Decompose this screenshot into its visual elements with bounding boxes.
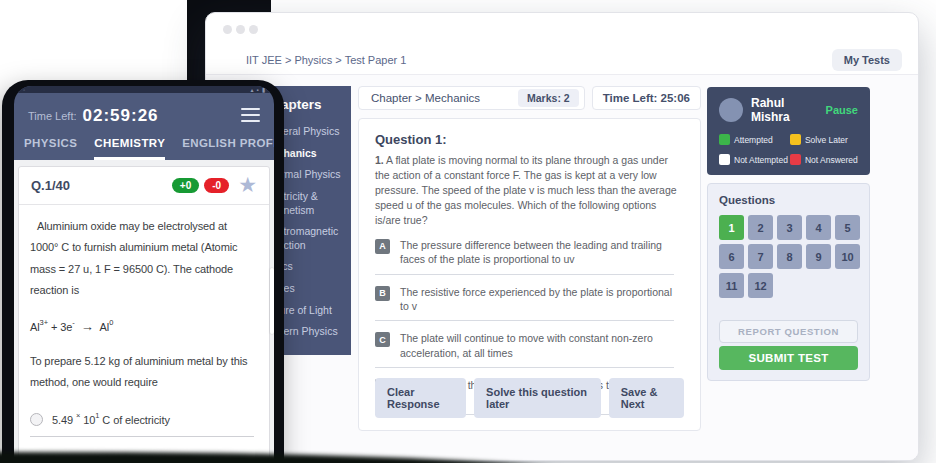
tab-chemistry[interactable]: CHEMISTRY bbox=[94, 137, 165, 160]
solve-later-button[interactable]: Solve this question later bbox=[474, 378, 601, 418]
scrollbar[interactable] bbox=[270, 268, 274, 334]
mobile-question-text-2: To prepare 5.12 kg of aluminium metal by… bbox=[30, 351, 258, 394]
phone-mockup: ◦ ▴ ▪ ▮ Time Left: 02:59:26 PHYSICS CHEM… bbox=[2, 80, 284, 463]
question-tile-3[interactable]: 3 bbox=[777, 215, 802, 240]
window-control-icon[interactable] bbox=[249, 25, 258, 34]
avatar bbox=[719, 98, 743, 122]
browser-window: IIT JEE > Physics > Test Paper 1 My Test… bbox=[205, 12, 919, 461]
breadcrumb-bar: IIT JEE > Physics > Test Paper 1 My Test… bbox=[206, 46, 918, 75]
legend-attempted: Attempted bbox=[719, 134, 788, 145]
user-name: Rahul Mishra bbox=[751, 96, 826, 124]
question-tile-2[interactable]: 2 bbox=[748, 215, 773, 240]
window-titlebar bbox=[206, 13, 918, 46]
divider bbox=[375, 367, 674, 368]
question-text: 1. A flat plate is moving normal to its … bbox=[375, 153, 684, 228]
questions-title: Questions bbox=[719, 194, 858, 206]
option-b[interactable]: B The resistive force experienced by the… bbox=[375, 285, 684, 314]
option-b-letter: B bbox=[375, 286, 390, 301]
option-a[interactable]: A The pressure difference between the le… bbox=[375, 238, 684, 267]
legend-not-attempted: Not Attempted bbox=[719, 154, 788, 165]
wifi-icon: ▪ bbox=[257, 87, 259, 93]
breadcrumb[interactable]: IIT JEE > Physics > Test Paper 1 bbox=[246, 54, 406, 66]
status-legend: Attempted Solve Later Not Attempted bbox=[719, 134, 858, 165]
marks-badge: Marks: 2 bbox=[518, 89, 579, 107]
positive-marks-badge: +0 bbox=[172, 178, 199, 193]
divider bbox=[30, 436, 254, 437]
signal-icon: ▴ bbox=[251, 86, 254, 93]
option-c-letter: C bbox=[375, 332, 390, 347]
choice-1-text: 5.49 × 101 C of electricity bbox=[52, 412, 170, 427]
submit-test-button[interactable]: SUBMIT TEST bbox=[719, 346, 858, 370]
my-tests-button[interactable]: My Tests bbox=[832, 49, 902, 71]
question-counter: Q.1/40 bbox=[31, 178, 70, 193]
chemical-formula: Al3+ + 3e-→Al0 bbox=[30, 314, 258, 339]
question-title: Question 1: bbox=[375, 132, 684, 147]
option-a-text: The pressure difference between the lead… bbox=[400, 238, 672, 267]
question-tile-11[interactable]: 11 bbox=[719, 273, 744, 298]
tab-english-proficiency[interactable]: ENGLISH PROFICIENCY bbox=[182, 137, 274, 160]
question-tile-9[interactable]: 9 bbox=[806, 244, 831, 269]
question-tile-7[interactable]: 7 bbox=[748, 244, 773, 269]
divider bbox=[375, 320, 674, 321]
phone-screen: ◦ ▴ ▪ ▮ Time Left: 02:59:26 PHYSICS CHEM… bbox=[14, 86, 274, 463]
question-tile-12[interactable]: 12 bbox=[748, 273, 773, 298]
negative-marks-badge: -0 bbox=[204, 178, 229, 193]
report-question-button[interactable]: REPORT QUESTION bbox=[719, 320, 858, 343]
time-left-label: Time Left: bbox=[28, 110, 77, 124]
option-c[interactable]: C The plate will continue to move with c… bbox=[375, 331, 684, 360]
question-tile-4[interactable]: 4 bbox=[806, 215, 831, 240]
hamburger-menu-icon[interactable] bbox=[241, 104, 260, 124]
divider bbox=[375, 274, 674, 275]
question-tile-1[interactable]: 1 bbox=[719, 215, 744, 240]
legend-solve-later: Solve Later bbox=[790, 134, 858, 145]
question-card: Question 1: 1. A flat plate is moving no… bbox=[358, 118, 701, 431]
mobile-question-text: Aluminium oxide may be electrolysed at 1… bbox=[30, 216, 258, 302]
question-tile-8[interactable]: 8 bbox=[777, 244, 802, 269]
radio-icon[interactable] bbox=[30, 413, 43, 426]
notification-icon: ◦ bbox=[23, 87, 25, 93]
save-next-button[interactable]: Save & Next bbox=[609, 378, 684, 418]
not-attempted-swatch bbox=[719, 154, 730, 165]
phone-statusbar: ◦ ▴ ▪ ▮ bbox=[14, 86, 274, 93]
timer-value: 02:59:26 bbox=[83, 107, 159, 124]
battery-icon: ▮ bbox=[262, 86, 265, 93]
window-content: Chapters General Physics Mechanics Therm… bbox=[206, 75, 918, 460]
mobile-question-card: Q.1/40 +0 -0 ★ Aluminium oxide may be el… bbox=[18, 166, 270, 463]
choice-1[interactable]: 5.49 × 101 C of electricity bbox=[30, 412, 258, 427]
option-b-text: The resistive force experienced by the p… bbox=[400, 285, 672, 314]
phone-content: Q.1/40 +0 -0 ★ Aluminium oxide may be el… bbox=[14, 160, 274, 463]
clear-response-button[interactable]: Clear Response bbox=[375, 378, 466, 418]
chapter-header: Chapter > Mechanics bbox=[371, 92, 480, 104]
bookmark-star-icon[interactable]: ★ bbox=[238, 177, 257, 194]
legend-not-answered: Not Answered bbox=[790, 154, 858, 165]
screenshot-stage: IIT JEE > Physics > Test Paper 1 My Test… bbox=[0, 0, 936, 463]
questions-palette: Questions 1 2 3 4 5 6 7 8 9 10 11 12 bbox=[707, 183, 870, 381]
subject-tabs: PHYSICS CHEMISTRY ENGLISH PROFICIENCY bbox=[14, 124, 274, 160]
option-a-letter: A bbox=[375, 239, 390, 254]
question-tile-10[interactable]: 10 bbox=[835, 244, 860, 269]
question-tile-5[interactable]: 5 bbox=[835, 215, 860, 240]
window-control-icon[interactable] bbox=[236, 25, 245, 34]
window-control-icon[interactable] bbox=[223, 25, 232, 34]
not-answered-swatch bbox=[790, 154, 801, 165]
question-number-grid: 1 2 3 4 5 6 7 8 9 10 11 12 bbox=[719, 215, 858, 298]
pause-button[interactable]: Pause bbox=[826, 104, 858, 116]
attempted-swatch bbox=[719, 134, 730, 145]
chapter-header-bar: Chapter > Mechanics Marks: 2 bbox=[358, 86, 585, 110]
option-c-text: The plate will continue to move with con… bbox=[400, 331, 672, 360]
time-left-badge: Time Left: 25:06 bbox=[592, 86, 701, 110]
phone-header: Time Left: 02:59:26 bbox=[14, 93, 274, 124]
tab-physics[interactable]: PHYSICS bbox=[24, 137, 77, 160]
solve-later-swatch bbox=[790, 134, 801, 145]
status-panel: Rahul Mishra Pause Attempted Solve Later bbox=[707, 87, 870, 381]
user-card: Rahul Mishra Pause Attempted Solve Later bbox=[707, 87, 870, 175]
question-panel: Chapter > Mechanics Marks: 2 Time Left: … bbox=[358, 86, 701, 431]
question-tile-6[interactable]: 6 bbox=[719, 244, 744, 269]
